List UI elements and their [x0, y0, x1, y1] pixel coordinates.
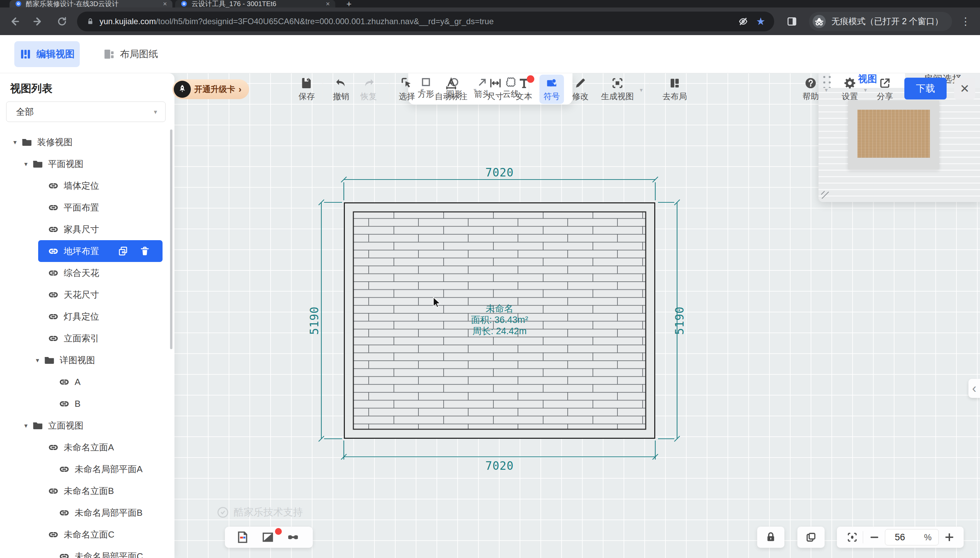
toolbar-button-label: 生成视图: [601, 91, 634, 102]
tree-item-view[interactable]: 家具尺寸: [0, 218, 174, 240]
gear-icon: [843, 77, 856, 90]
bookmark-star-icon[interactable]: ★: [756, 15, 765, 27]
layout-sheet-button[interactable]: 布局图纸: [102, 41, 158, 67]
tree-item-view[interactable]: 天花尺寸: [0, 284, 174, 305]
browser-tab[interactable]: 云设计工具_176 - 3001TEt6×: [175, 0, 335, 8]
toolbar-button-go-layout[interactable]: 去布局: [658, 75, 691, 104]
toolbar-button-label: 撤销: [333, 91, 349, 102]
lock-view-button[interactable]: [757, 527, 785, 548]
sidebar-title: 视图列表: [10, 81, 53, 96]
tree-item-label: 家具尺寸: [64, 223, 99, 235]
close-app-button[interactable]: ✕: [954, 78, 975, 100]
edit-view-button[interactable]: 编辑视图: [14, 41, 80, 67]
url-text[interactable]: yun.kujiale.com/tool/h5/bim?designid=3FO…: [100, 17, 738, 26]
tree-expand-icon[interactable]: ▾: [31, 356, 44, 364]
tree-item-view[interactable]: 灯具定位: [0, 305, 174, 327]
mouse-cursor: [433, 297, 443, 309]
tree-item-folder[interactable]: ▾详图视图: [0, 349, 174, 371]
chevron-down-icon[interactable]: ▾: [825, 87, 828, 94]
tree-item-label: 天花尺寸: [64, 289, 99, 301]
zoom-level-input[interactable]: 56 %: [885, 529, 939, 545]
tree-item-label: 立面索引: [64, 333, 99, 345]
toolbar-button-auto-dimension[interactable]: 自动标注▾: [431, 75, 471, 104]
forward-icon[interactable]: [29, 12, 48, 31]
toolbar-button-text[interactable]: 文本: [512, 75, 536, 104]
tab-close-icon[interactable]: ×: [326, 0, 330, 8]
preview-map[interactable]: [819, 88, 980, 202]
tree-item-view[interactable]: 平面布置: [0, 197, 174, 218]
tree-item-view[interactable]: 未命名立面A: [0, 437, 174, 458]
tree-item-view[interactable]: 立面索引: [0, 327, 174, 349]
toolbar-button-gear[interactable]: 设置▾: [837, 75, 862, 104]
reload-icon[interactable]: [53, 12, 72, 31]
zoom-value[interactable]: 56: [895, 532, 924, 543]
view-filter-select[interactable]: 全部 ▾: [6, 102, 166, 122]
zoom-in-icon[interactable]: [944, 532, 955, 543]
toolbar-button-redo[interactable]: 恢复: [356, 75, 381, 104]
zoom-out-icon[interactable]: [868, 532, 880, 543]
tree-item-view[interactable]: 墙体定位: [0, 175, 174, 197]
tree-item-view[interactable]: 未命名立面B: [0, 480, 174, 502]
toolbar-button-symbol[interactable]: 符号: [539, 75, 564, 104]
download-button[interactable]: 下载: [904, 78, 947, 100]
room-info-label[interactable]: 未命名 面积: 36.43m² 周长: 24.42m: [471, 303, 528, 337]
fit-view-icon[interactable]: [846, 532, 858, 543]
upgrade-card-button[interactable]: 开通升级卡 ›: [172, 79, 249, 99]
pattern-settings-icon[interactable]: [286, 530, 300, 544]
fill-region-icon[interactable]: [261, 530, 275, 544]
link-icon: [48, 202, 59, 213]
tree-item-label: 立面视图: [48, 420, 84, 432]
toolbar-button-save[interactable]: 保存: [294, 75, 319, 104]
tree-expand-icon[interactable]: ▾: [20, 422, 32, 430]
resize-handle-icon[interactable]: [821, 190, 830, 200]
toolbar-button-share[interactable]: 分享: [873, 75, 897, 104]
copy-plus-icon[interactable]: [118, 246, 128, 256]
side-panel-icon[interactable]: [782, 12, 801, 31]
url-bar[interactable]: yun.kujiale.com/tool/h5/bim?designid=3FO…: [77, 11, 774, 31]
toolbar-button-edit[interactable]: 修改: [568, 75, 593, 104]
tree-item-view[interactable]: 综合天花: [0, 262, 174, 284]
tree-item-view[interactable]: 未命名局部平面A: [0, 458, 174, 480]
sidebar-scrollbar[interactable]: [170, 130, 172, 349]
divider: [323, 78, 323, 100]
tree-expand-icon[interactable]: ▾: [20, 160, 32, 168]
incognito-badge[interactable]: 无痕模式（已打开 2 个窗口）: [809, 12, 952, 31]
browser-tab[interactable]: 酷家乐装修设计-在线3D云设计×: [10, 0, 172, 8]
tree-item-view[interactable]: 未命名立面C: [0, 524, 174, 545]
toolbar-button-label: 选择: [399, 91, 415, 102]
link-icon: [48, 289, 59, 300]
duplicate-view-button[interactable]: [797, 527, 825, 548]
collapse-panel-icon[interactable]: ‹: [969, 379, 980, 398]
chevron-down-icon[interactable]: ▾: [421, 87, 424, 94]
toolbar-button-undo[interactable]: 撤销: [329, 75, 353, 104]
folder-icon: [32, 158, 43, 170]
tree-item-view[interactable]: B: [0, 393, 174, 415]
toolbar-button-help[interactable]: 帮助▾: [798, 75, 823, 104]
tree-item-folder[interactable]: ▾平面视图: [0, 153, 174, 175]
auto-dimension-icon: [445, 77, 458, 90]
eye-off-icon[interactable]: [738, 16, 749, 27]
drawing-sheet-icon[interactable]: [236, 530, 250, 544]
tree-item-folder[interactable]: ▾立面视图: [0, 415, 174, 437]
room-thumbnail[interactable]: [848, 100, 939, 170]
tree-item-view[interactable]: 地坪布置: [38, 240, 163, 262]
tree-item-view[interactable]: 未命名局部平面B: [0, 502, 174, 524]
tree-expand-icon[interactable]: ▾: [9, 138, 21, 146]
toolbar-button-dimension[interactable]: 尺寸: [483, 75, 508, 104]
undo-icon: [335, 77, 348, 90]
redo-icon: [362, 77, 375, 90]
link-icon: [59, 551, 70, 558]
back-icon[interactable]: [5, 12, 24, 31]
chevron-down-icon[interactable]: ▾: [473, 87, 476, 94]
toolbar-button-generate-view[interactable]: 生成视图▾: [597, 75, 638, 104]
tree-item-view[interactable]: A: [0, 371, 174, 393]
tab-close-icon[interactable]: ×: [163, 0, 167, 8]
tree-item-view[interactable]: 未命名局部平面C: [0, 545, 174, 558]
chevron-down-icon[interactable]: ▾: [864, 87, 867, 94]
browser-menu-icon[interactable]: ⋮: [959, 15, 972, 27]
tree-item-folder[interactable]: ▾装修视图: [0, 131, 174, 153]
chevron-down-icon[interactable]: ▾: [640, 87, 643, 94]
toolbar-button-select[interactable]: 选择▾: [395, 75, 419, 104]
trash-icon[interactable]: [140, 246, 150, 256]
generate-view-icon: [611, 77, 624, 90]
